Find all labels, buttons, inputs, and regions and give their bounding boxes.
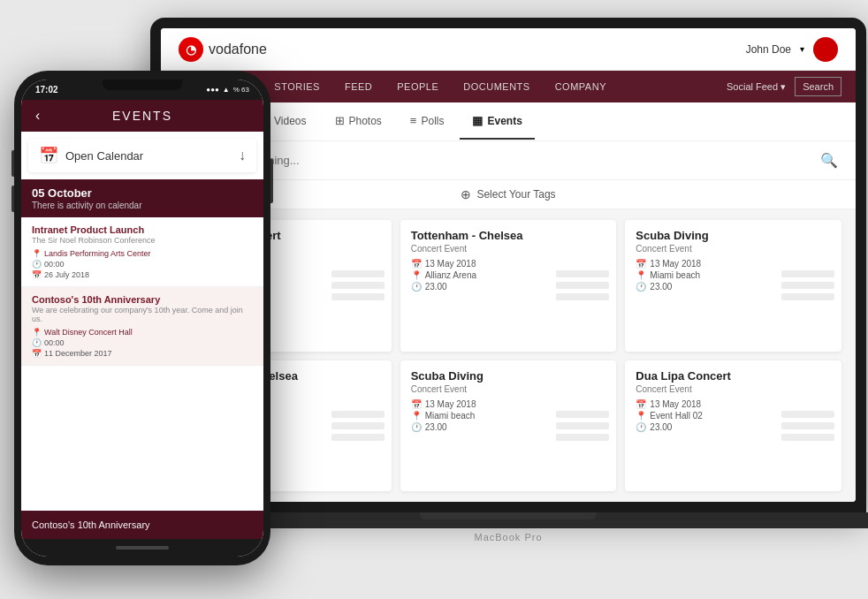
event-card-1[interactable]: Tottenham - Chelsea Concert Event 📅13 Ma… (400, 220, 617, 352)
nav-item-feed[interactable]: FEED (332, 72, 385, 101)
search-input[interactable] (179, 154, 820, 167)
phone-screen-title: EVENTS (112, 109, 172, 123)
tab-polls[interactable]: ≡ Polls (398, 103, 457, 140)
location-icon-1: 📍 (32, 328, 41, 337)
phone-home-indicator (21, 539, 263, 557)
nav-item-people[interactable]: PEOPLE (385, 72, 451, 101)
plus-circle-icon: ⊕ (461, 187, 471, 201)
header-right: John Doe ▾ (746, 37, 838, 62)
phone-event-title-1: Contoso's 10th Anniversary (32, 294, 253, 305)
social-feed-button[interactable]: Social Feed ▾ (727, 81, 786, 93)
select-tags-button[interactable]: ⊕ Select Your Tags (461, 187, 555, 201)
time-icon-1: 🕐 (32, 338, 41, 347)
back-button[interactable]: ‹ (35, 108, 40, 124)
signal-icon: ●●● (206, 86, 219, 94)
phone-event-item-1[interactable]: Contoso's 10th Anniversary We are celebr… (21, 287, 263, 366)
date-icon-1: 📅 (32, 349, 41, 358)
vodafone-logo-circle: ◔ (179, 37, 203, 62)
time-icon-0: 🕐 (32, 260, 41, 269)
phone-event-item-0[interactable]: Intranet Product Launch The Sir Noel Rob… (21, 217, 263, 287)
phone-status-icons: ●●● ▲ % 63 (206, 86, 249, 94)
search-icon[interactable]: 🔍 (820, 152, 838, 169)
nav-right: Social Feed ▾ Search (727, 77, 841, 96)
phone-home-bar (116, 546, 169, 550)
calendar-label: Open Calendar (65, 149, 143, 163)
phone-container: 17:02 ●●● ▲ % 63 ‹ EVENTS 📅 Open Calenda… (14, 71, 270, 565)
tab-photos[interactable]: ⊞ Photos (323, 103, 394, 140)
phone-date-header: 05 October There is activity on calendar (21, 179, 263, 217)
calendar-arrow-icon: ↓ (239, 148, 246, 163)
phone-event-meta-0: 📍 Landis Performing Arts Center 🕐 00:00 … (32, 249, 253, 279)
nav-item-stories[interactable]: STORIES (262, 72, 332, 101)
location-icon-0: 📍 (32, 249, 41, 258)
vodafone-logo: ◔ vodafone (179, 37, 267, 62)
date-text-1: 11 December 2017 (44, 349, 112, 358)
date-icon-0: 📅 (32, 270, 41, 279)
phone-vol-up-button (11, 150, 14, 177)
phone-bottom-title: Contoso's 10th Anniversary (32, 519, 253, 530)
phone-header: ‹ EVENTS (21, 100, 263, 132)
date-text-0: 26 July 2018 (44, 270, 89, 279)
phone-date-main: 05 October (32, 186, 253, 200)
events-tab-icon: ▦ (472, 114, 483, 127)
battery-icon: % 63 (233, 86, 249, 94)
polls-tab-icon: ≡ (410, 114, 417, 127)
phone-vol-down-button (11, 186, 14, 212)
vodafone-logo-text: vodafone (209, 42, 267, 57)
event-card-2[interactable]: Scuba Diving Concert Event 📅13 May 2018 … (625, 220, 841, 352)
phone-event-title-0: Intranet Product Launch (32, 224, 253, 235)
vodafone-header: ◔ vodafone John Doe ▾ (161, 28, 856, 71)
time-text-0: 00:00 (44, 260, 65, 269)
open-calendar-button[interactable]: 📅 Open Calendar ↓ (28, 139, 256, 172)
phone-screen: 17:02 ●●● ▲ % 63 ‹ EVENTS 📅 Open Calenda… (21, 80, 263, 557)
phone-bottom-event-bar[interactable]: Contoso's 10th Anniversary (21, 511, 263, 539)
user-avatar (813, 37, 838, 62)
laptop-base-bar (420, 512, 597, 519)
phone-date-sub: There is activity on calendar (32, 201, 253, 210)
time-text-1: 00:00 (44, 338, 65, 347)
calendar-icon: 📅 (39, 146, 58, 165)
photos-tab-icon: ⊞ (335, 114, 345, 127)
phone-notch (103, 80, 182, 90)
cal-btn-left: 📅 Open Calendar (39, 146, 143, 165)
chevron-down-icon: ▾ (800, 44, 804, 54)
user-name: John Doe (746, 43, 791, 56)
phone-power-button (270, 159, 273, 203)
phone-event-meta-1: 📍 Walt Disney Concert Hall 🕐 00:00 📅 11 … (32, 328, 253, 358)
phone-event-list: 05 October There is activity on calendar… (21, 179, 263, 539)
event-card-5[interactable]: Dua Lipa Concert Concert Event 📅13 May 2… (625, 360, 841, 492)
wifi-icon: ▲ (223, 86, 230, 94)
nav-item-documents[interactable]: DOCUMENTS (451, 72, 542, 101)
phone-event-subtitle-1: We are celebrating our company's 10th ye… (32, 306, 253, 323)
phone-time: 17:02 (35, 85, 58, 95)
event-card-4[interactable]: Scuba Diving Concert Event 📅13 May 2018 … (400, 360, 617, 492)
tab-events[interactable]: ▦ Events (460, 103, 534, 140)
phone-body: 17:02 ●●● ▲ % 63 ‹ EVENTS 📅 Open Calenda… (14, 71, 270, 565)
vodafone-v-icon: ◔ (186, 42, 196, 57)
location-text-1: Walt Disney Concert Hall (44, 328, 133, 337)
phone-event-subtitle-0: The Sir Noel Robinson Conference (32, 236, 253, 245)
location-text-0: Landis Performing Arts Center (44, 249, 151, 258)
nav-search-input[interactable]: Search (795, 77, 841, 96)
nav-item-company[interactable]: COMPANY (543, 72, 619, 101)
